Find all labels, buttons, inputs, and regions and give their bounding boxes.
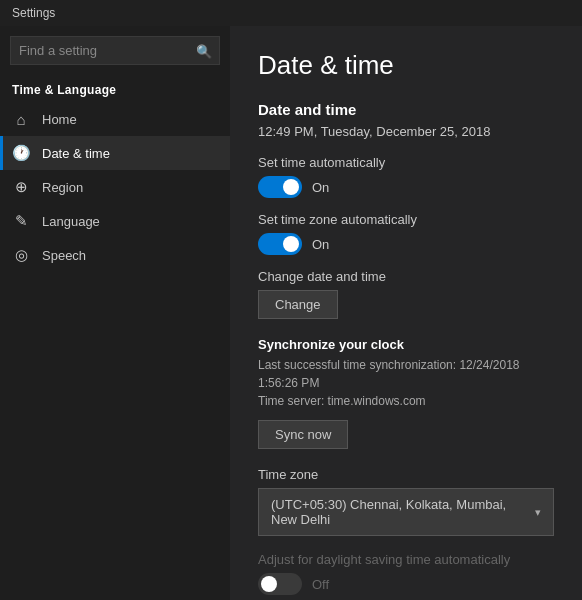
sidebar-item-language-label: Language — [42, 214, 100, 229]
sidebar-item-region-label: Region — [42, 180, 83, 195]
title-bar: Settings — [0, 0, 582, 26]
section-title: Date and time — [258, 101, 554, 118]
timezone-dropdown[interactable]: (UTC+05:30) Chennai, Kolkata, Mumbai, Ne… — [258, 488, 554, 536]
sidebar-item-region[interactable]: ⊕ Region — [0, 170, 230, 204]
sidebar-item-speech-label: Speech — [42, 248, 86, 263]
daylight-toggle-row: Off — [258, 573, 554, 595]
sidebar-item-home-label: Home — [42, 112, 77, 127]
change-button[interactable]: Change — [258, 290, 338, 319]
change-date-label: Change date and time — [258, 269, 554, 284]
sidebar-item-home[interactable]: ⌂ Home — [0, 103, 230, 136]
set-time-auto-state: On — [312, 180, 329, 195]
sync-info-line2: Time server: time.windows.com — [258, 392, 554, 410]
sidebar-section-label: Time & Language — [0, 75, 230, 103]
set-timezone-auto-toggle[interactable] — [258, 233, 302, 255]
timezone-value: (UTC+05:30) Chennai, Kolkata, Mumbai, Ne… — [271, 497, 535, 527]
clock-icon: 🕐 — [12, 144, 30, 162]
set-time-auto-toggle[interactable] — [258, 176, 302, 198]
set-timezone-auto-label: Set time zone automatically — [258, 212, 554, 227]
search-icon: 🔍 — [196, 43, 212, 58]
sync-info: Last successful time synchronization: 12… — [258, 356, 554, 410]
title-bar-label: Settings — [12, 6, 55, 20]
set-time-auto-toggle-row: On — [258, 176, 554, 198]
language-icon: ✎ — [12, 212, 30, 230]
region-icon: ⊕ — [12, 178, 30, 196]
set-timezone-auto-knob — [283, 236, 299, 252]
timezone-chevron-icon: ▾ — [535, 506, 541, 519]
search-input[interactable] — [10, 36, 220, 65]
timezone-label: Time zone — [258, 467, 554, 482]
sidebar: 🔍 Time & Language ⌂ Home 🕐 Date & time ⊕… — [0, 26, 230, 600]
speech-icon: ◎ — [12, 246, 30, 264]
sync-title: Synchronize your clock — [258, 337, 554, 352]
current-time: 12:49 PM, Tuesday, December 25, 2018 — [258, 124, 554, 139]
daylight-label: Adjust for daylight saving time automati… — [258, 552, 554, 567]
sidebar-item-speech[interactable]: ◎ Speech — [0, 238, 230, 272]
sync-now-button[interactable]: Sync now — [258, 420, 348, 449]
home-icon: ⌂ — [12, 111, 30, 128]
daylight-knob — [261, 576, 277, 592]
sidebar-item-date-time[interactable]: 🕐 Date & time — [0, 136, 230, 170]
main-content: 🔍 Time & Language ⌂ Home 🕐 Date & time ⊕… — [0, 26, 582, 600]
set-timezone-auto-state: On — [312, 237, 329, 252]
sync-info-line1: Last successful time synchronization: 12… — [258, 356, 554, 392]
set-time-auto-label: Set time automatically — [258, 155, 554, 170]
set-time-auto-knob — [283, 179, 299, 195]
search-box[interactable]: 🔍 — [10, 36, 220, 65]
daylight-toggle[interactable] — [258, 573, 302, 595]
sidebar-item-date-time-label: Date & time — [42, 146, 110, 161]
page-title: Date & time — [258, 50, 554, 81]
set-timezone-auto-toggle-row: On — [258, 233, 554, 255]
daylight-state: Off — [312, 577, 329, 592]
right-panel: Date & time Date and time 12:49 PM, Tues… — [230, 26, 582, 600]
sidebar-item-language[interactable]: ✎ Language — [0, 204, 230, 238]
